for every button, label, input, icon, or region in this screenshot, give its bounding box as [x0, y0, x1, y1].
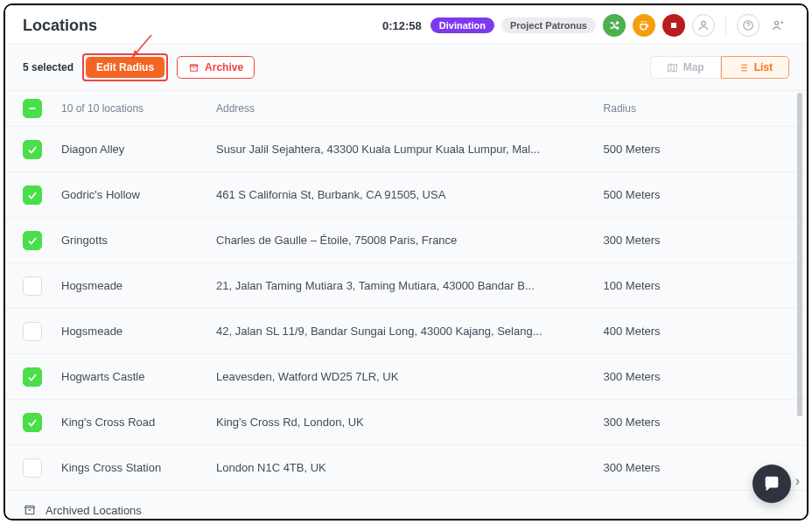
list-label: List: [754, 61, 773, 73]
pill-divination[interactable]: Divination: [430, 17, 494, 33]
shuffle-icon[interactable]: [603, 14, 626, 37]
location-name[interactable]: Kings Cross Station: [61, 461, 216, 474]
location-address: Leavesden, Watford WD25 7LR, UK: [216, 370, 604, 383]
location-name[interactable]: Diagon Alley: [61, 143, 216, 156]
timer: 0:12:58: [382, 19, 422, 32]
toolbar: 5 selected Edit Radius Archive Map List: [5, 44, 807, 91]
scrollbar[interactable]: [797, 93, 802, 416]
highlight-annotation: Edit Radius: [82, 53, 168, 81]
location-name[interactable]: Godric's Hollow: [61, 188, 216, 201]
archived-label: Archived Locations: [46, 504, 142, 517]
archive-label: Archive: [205, 61, 243, 73]
help-icon[interactable]: [737, 14, 760, 37]
page-title: Locations: [23, 17, 97, 35]
select-all-checkbox[interactable]: [23, 99, 42, 118]
table-header: 10 of 10 locations Address Radius: [5, 91, 807, 126]
table-row: Kings Cross StationLondon N1C 4TB, UK300…: [5, 444, 807, 490]
user-icon[interactable]: [692, 14, 715, 37]
locations-table: 10 of 10 locations Address Radius Diagon…: [5, 91, 807, 521]
location-name[interactable]: Hogsmeade: [61, 279, 216, 292]
row-checkbox[interactable]: [23, 185, 42, 205]
row-checkbox[interactable]: [23, 367, 42, 387]
view-toggle: Map List: [650, 56, 789, 79]
location-address: 461 S California St, Burbank, CA 91505, …: [216, 188, 604, 201]
location-address: Susur Jalil Sejahtera, 43300 Kuala Lumpu…: [216, 143, 604, 156]
location-radius: 300 Meters: [604, 234, 789, 247]
location-address: King's Cross Rd, London, UK: [216, 416, 604, 429]
row-checkbox[interactable]: [23, 458, 42, 478]
chat-icon: [762, 474, 781, 493]
stop-icon[interactable]: [662, 14, 685, 37]
archive-icon: [188, 62, 200, 73]
archive-icon: [23, 503, 37, 517]
svg-point-3: [775, 21, 779, 24]
location-radius: 500 Meters: [604, 188, 789, 201]
table-row: GringottsCharles de Gaulle – Étoile, 750…: [5, 217, 807, 262]
location-radius: 300 Meters: [604, 370, 789, 383]
table-row: Diagon AlleySusur Jalil Sejahtera, 43300…: [5, 126, 807, 171]
location-name[interactable]: Gringotts: [61, 234, 216, 247]
location-address: London N1C 4TB, UK: [216, 461, 604, 474]
row-checkbox[interactable]: [23, 276, 42, 296]
location-radius: 500 Meters: [604, 143, 789, 156]
location-address: 42, Jalan SL 11/9, Bandar Sungai Long, 4…: [216, 325, 604, 338]
location-name[interactable]: Hogsmeade: [61, 325, 216, 338]
table-row: Hogsmeade42, Jalan SL 11/9, Bandar Sunga…: [5, 308, 807, 353]
selected-count: 5 selected: [23, 61, 74, 73]
location-radius: 400 Meters: [604, 325, 789, 338]
chat-button[interactable]: [752, 465, 791, 503]
archived-locations-row[interactable]: Archived Locations: [5, 490, 807, 521]
list-toggle[interactable]: List: [721, 56, 789, 79]
location-address: Charles de Gaulle – Étoile, 75008 Paris,…: [216, 234, 604, 247]
row-checkbox[interactable]: [23, 413, 42, 432]
map-label: Map: [683, 61, 704, 73]
row-checkbox[interactable]: [23, 322, 42, 341]
col-name: 10 of 10 locations: [61, 102, 216, 115]
col-radius: Radius: [604, 102, 789, 115]
col-address: Address: [216, 102, 604, 115]
chevron-right-icon: ›: [795, 473, 800, 489]
location-address: 21, Jalan Taming Mutiara 3, Taming Mutia…: [216, 279, 604, 292]
archive-button[interactable]: Archive: [177, 56, 255, 79]
pill-project[interactable]: Project Patronus: [501, 17, 596, 33]
divider: [725, 16, 726, 35]
edit-radius-button[interactable]: Edit Radius: [86, 57, 164, 78]
row-checkbox[interactable]: [23, 140, 42, 159]
svg-rect-0: [671, 23, 676, 28]
map-icon: [667, 62, 678, 73]
location-radius: 100 Meters: [604, 279, 789, 292]
table-row: Hogsmeade21, Jalan Taming Mutiara 3, Tam…: [5, 262, 807, 308]
svg-point-1: [702, 21, 706, 25]
table-row: King's Cross RoadKing's Cross Rd, London…: [5, 399, 807, 444]
location-name[interactable]: King's Cross Road: [61, 416, 216, 429]
coffee-icon[interactable]: [633, 14, 655, 37]
row-checkbox[interactable]: [23, 231, 42, 250]
table-row: Hogwarts CastleLeavesden, Watford WD25 7…: [5, 353, 807, 399]
location-name[interactable]: Hogwarts Castle: [61, 370, 216, 383]
list-icon: [738, 62, 749, 73]
header: Locations 0:12:58 Divination Project Pat…: [5, 5, 807, 44]
location-radius: 300 Meters: [604, 416, 789, 429]
person-add-icon[interactable]: [766, 14, 789, 37]
map-toggle[interactable]: Map: [650, 56, 721, 79]
table-row: Godric's Hollow461 S California St, Burb…: [5, 171, 807, 217]
